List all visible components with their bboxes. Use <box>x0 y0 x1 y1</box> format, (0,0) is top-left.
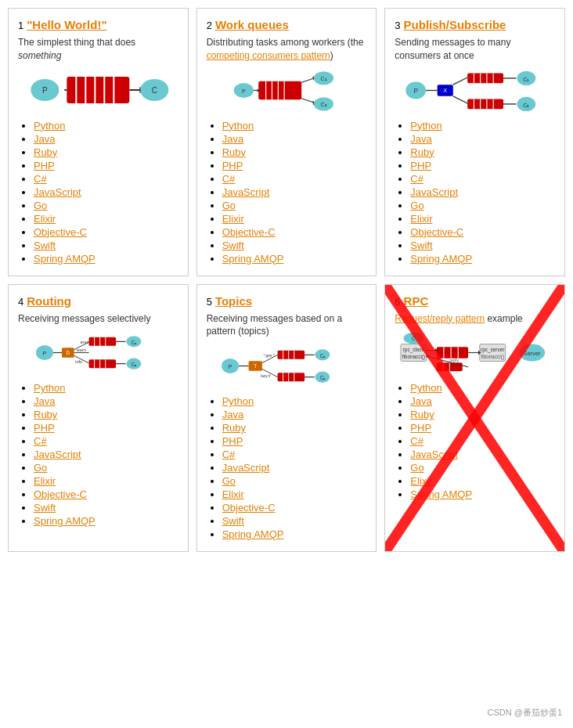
lang-link-go[interactable]: Go <box>410 462 423 474</box>
svg-text:C₁: C₁ <box>524 75 530 82</box>
lang-link-java[interactable]: Java <box>410 133 431 145</box>
svg-text:fibonacci(): fibonacci() <box>481 354 505 360</box>
competing-consumers-link[interactable]: competing consumers pattern <box>207 50 330 61</box>
lang-link-javascript[interactable]: JavaScript <box>34 449 81 460</box>
list-item: JavaScript <box>34 186 178 198</box>
lang-link-javascript[interactable]: JavaScript <box>222 462 270 474</box>
card-title-2[interactable]: Work queues <box>215 18 289 31</box>
list-item: C# <box>222 173 367 185</box>
lang-link-ruby[interactable]: Ruby <box>410 146 434 158</box>
list-item: PHP <box>34 160 178 171</box>
lang-link-swift[interactable]: Swift <box>222 240 244 251</box>
card-title-1[interactable]: "Hello World!" <box>27 18 106 31</box>
lang-link-javascript[interactable]: JavaScript <box>410 186 458 198</box>
lang-link-spring-amqp[interactable]: Spring AMQP <box>34 253 96 265</box>
svg-text:reply: reply <box>450 359 459 363</box>
lang-link-php[interactable]: PHP <box>410 160 431 171</box>
lang-link-ruby[interactable]: Ruby <box>410 409 434 420</box>
lang-link-php[interactable]: PHP <box>222 435 243 447</box>
lang-link-ruby[interactable]: Ruby <box>222 146 246 158</box>
tutorial-grid: 1"Hello World!"The simplest thing that d… <box>8 8 565 552</box>
lang-link-go[interactable]: Go <box>34 462 47 474</box>
lang-link-spring-amqp[interactable]: Spring AMQP <box>222 253 284 265</box>
lang-link-python[interactable]: Python <box>222 120 254 132</box>
lang-link-python[interactable]: Python <box>222 395 254 407</box>
lang-link-c-[interactable]: C# <box>410 435 423 447</box>
lang-link-python[interactable]: Python <box>410 382 441 394</box>
rpc-pattern-link[interactable]: Request/reply pattern <box>395 313 485 324</box>
list-item: Spring AMQP <box>34 253 178 265</box>
lang-link-php[interactable]: PHP <box>222 160 243 171</box>
lang-link-ruby[interactable]: Ruby <box>34 409 57 420</box>
list-item: Spring AMQP <box>410 488 555 500</box>
lang-link-c-[interactable]: C# <box>34 435 47 447</box>
list-item: Elixir <box>34 475 178 487</box>
lang-link-elixir[interactable]: Elixir <box>222 488 244 500</box>
card-3: 3Publish/SubscribeSending messages to ma… <box>384 8 565 276</box>
list-item: Java <box>34 133 178 145</box>
svg-line-22 <box>301 77 315 82</box>
list-item: Elixir <box>222 213 367 225</box>
list-item: JavaScript <box>222 186 367 198</box>
lang-link-c-[interactable]: C# <box>410 173 423 185</box>
card-title-5[interactable]: Topics <box>215 294 252 308</box>
list-item: Java <box>222 409 367 420</box>
lang-link-php[interactable]: PHP <box>34 160 55 171</box>
lang-link-go[interactable]: Go <box>222 475 236 487</box>
lang-link-python[interactable]: Python <box>34 120 65 132</box>
lang-link-elixir[interactable]: Elixir <box>410 475 432 487</box>
lang-link-php[interactable]: PHP <box>34 422 55 434</box>
lang-link-java[interactable]: Java <box>34 133 55 145</box>
lang-link-c-[interactable]: C# <box>222 449 236 460</box>
list-item: JavaScript <box>222 462 367 474</box>
lang-link-go[interactable]: Go <box>222 200 236 211</box>
lang-link-java[interactable]: Java <box>222 409 243 420</box>
svg-text:P: P <box>414 88 419 95</box>
card-number-6: 6 <box>395 296 400 308</box>
card-title-3[interactable]: Publish/Subscribe <box>404 18 506 31</box>
lang-link-ruby[interactable]: Ruby <box>222 422 246 434</box>
card-title-4[interactable]: Routing <box>27 294 71 308</box>
lang-link-java[interactable]: Java <box>34 395 55 407</box>
svg-text:P: P <box>228 364 232 369</box>
svg-text:rpc_client: rpc_client <box>403 347 425 353</box>
lang-link-elixir[interactable]: Elixir <box>410 213 432 225</box>
lang-link-objective-c[interactable]: Objective-C <box>222 502 276 514</box>
lang-link-java[interactable]: Java <box>410 395 431 407</box>
lang-link-javascript[interactable]: JavaScript <box>34 186 81 198</box>
lang-link-spring-amqp[interactable]: Spring AMQP <box>410 253 472 265</box>
lang-link-spring-amqp[interactable]: Spring AMQP <box>222 528 284 540</box>
lang-link-spring-amqp[interactable]: Spring AMQP <box>410 488 472 500</box>
lang-link-go[interactable]: Go <box>410 200 423 211</box>
card-4: 4RoutingReceiving messages selectively P… <box>8 284 189 553</box>
lang-link-objective-c[interactable]: Objective-C <box>410 226 463 238</box>
lang-link-swift[interactable]: Swift <box>222 515 244 527</box>
lang-link-swift[interactable]: Swift <box>34 502 56 514</box>
lang-link-javascript[interactable]: JavaScript <box>410 449 458 460</box>
lang-link-spring-amqp[interactable]: Spring AMQP <box>34 515 96 527</box>
lang-link-go[interactable]: Go <box>34 200 47 211</box>
list-item: Spring AMQP <box>34 515 178 527</box>
lang-link-php[interactable]: PHP <box>410 422 431 434</box>
lang-link-elixir[interactable]: Elixir <box>34 213 56 225</box>
lang-link-python[interactable]: Python <box>34 382 65 394</box>
lang-link-swift[interactable]: Swift <box>34 240 56 251</box>
lang-link-python[interactable]: Python <box>410 120 441 132</box>
lang-link-elixir[interactable]: Elixir <box>222 213 244 225</box>
lang-link-c-[interactable]: C# <box>34 173 47 185</box>
lang-link-c-[interactable]: C# <box>222 173 236 185</box>
lang-link-ruby[interactable]: Ruby <box>34 146 57 158</box>
lang-link-swift[interactable]: Swift <box>410 240 432 251</box>
lang-link-objective-c[interactable]: Objective-C <box>222 226 276 238</box>
list-item: Java <box>34 395 178 407</box>
list-item: Ruby <box>34 409 178 420</box>
card-title-6[interactable]: RPC <box>404 294 429 308</box>
svg-text:C₂: C₂ <box>319 375 326 380</box>
lang-link-objective-c[interactable]: Objective-C <box>34 488 87 500</box>
lang-link-elixir[interactable]: Elixir <box>34 475 56 487</box>
lang-link-javascript[interactable]: JavaScript <box>222 186 270 198</box>
lang-link-java[interactable]: Java <box>222 133 243 145</box>
svg-rect-37 <box>467 73 503 83</box>
lang-link-objective-c[interactable]: Objective-C <box>34 226 87 238</box>
svg-rect-64 <box>89 337 117 346</box>
